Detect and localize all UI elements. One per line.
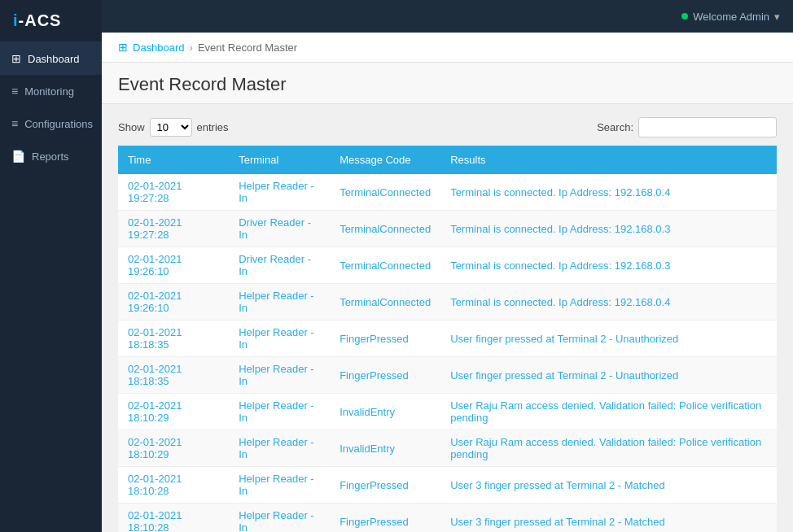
cell-message-code: TerminalConnected xyxy=(330,211,440,247)
online-indicator xyxy=(681,13,688,20)
cell-results: Terminal is connected. Ip Address: 192.1… xyxy=(440,174,777,211)
cell-terminal: Helper Reader - In xyxy=(229,321,330,357)
breadcrumb-home-icon: ⊞ xyxy=(118,41,128,54)
table-row: 02-01-2021 18:18:35Helper Reader - InFin… xyxy=(118,321,777,357)
cell-results: User finger pressed at Terminal 2 - Unau… xyxy=(440,357,777,394)
table-row: 02-01-2021 18:10:28Helper Reader - InFin… xyxy=(118,504,777,533)
table-row: 02-01-2021 19:26:10Helper Reader - InTer… xyxy=(118,284,777,321)
cell-message-code: InvalidEntry xyxy=(330,394,440,430)
cell-message-code: FingerPressed xyxy=(330,357,440,394)
sidebar-item-reports[interactable]: 📄 Reports xyxy=(0,140,102,172)
cell-time: 02-01-2021 18:18:35 xyxy=(118,357,229,394)
cell-time: 02-01-2021 18:10:28 xyxy=(118,504,229,533)
data-table: Time Terminal Message Code Results 02-01… xyxy=(118,146,777,532)
page-header: Event Record Master xyxy=(102,63,793,104)
cell-message-code: InvalidEntry xyxy=(330,430,440,467)
cell-results: Terminal is connected. Ip Address: 192.1… xyxy=(440,247,777,284)
topbar: Welcome Admin ▾ xyxy=(102,0,793,33)
cell-results: User 3 finger pressed at Terminal 2 - Ma… xyxy=(440,467,777,504)
cell-terminal: Helper Reader - In xyxy=(229,504,330,533)
cell-results: Terminal is connected. Ip Address: 192.1… xyxy=(440,284,777,321)
sidebar-item-dashboard-label: Dashboard xyxy=(28,53,80,65)
cell-terminal: Helper Reader - In xyxy=(229,284,330,321)
sidebar-item-monitoring[interactable]: ≡ Monitoring xyxy=(0,75,102,107)
sidebar-item-configurations-label: Configurations xyxy=(24,118,93,130)
cell-time: 02-01-2021 19:26:10 xyxy=(118,284,229,321)
cell-terminal: Driver Reader - In xyxy=(229,247,330,284)
table-row: 02-01-2021 19:26:10Driver Reader - InTer… xyxy=(118,247,777,284)
cell-message-code: TerminalConnected xyxy=(330,174,440,211)
table-row: 02-01-2021 18:10:29Helper Reader - InInv… xyxy=(118,394,777,430)
sidebar-item-dashboard[interactable]: ⊞ Dashboard xyxy=(0,42,102,75)
cell-terminal: Helper Reader - In xyxy=(229,174,330,211)
monitoring-icon: ≡ xyxy=(11,85,18,98)
cell-terminal: Driver Reader - In xyxy=(229,211,330,247)
cell-time: 02-01-2021 19:27:28 xyxy=(118,211,229,247)
table-controls: Show 10 25 50 100 entries Search: xyxy=(118,117,777,137)
cell-results: Terminal is connected. Ip Address: 192.1… xyxy=(440,211,777,247)
sidebar-item-reports-label: Reports xyxy=(32,150,69,163)
cell-time: 02-01-2021 18:10:29 xyxy=(118,394,229,430)
breadcrumb-home-link[interactable]: Dashboard xyxy=(133,41,185,54)
entries-select[interactable]: 10 25 50 100 xyxy=(150,118,192,137)
cell-results: User Raju Ram access denied. Validation … xyxy=(440,394,777,430)
search-input[interactable] xyxy=(638,117,777,137)
table-body: 02-01-2021 19:27:28Helper Reader - InTer… xyxy=(118,174,777,532)
cell-results: User finger pressed at Terminal 2 - Unau… xyxy=(440,321,777,357)
table-row: 02-01-2021 18:18:35Helper Reader - InFin… xyxy=(118,357,777,394)
reports-icon: 📄 xyxy=(11,150,25,163)
entries-label: entries xyxy=(197,121,229,133)
col-message-code: Message Code xyxy=(330,146,440,174)
app-logo: i-ACS xyxy=(0,0,102,42)
cell-terminal: Helper Reader - In xyxy=(229,357,330,394)
cell-time: 02-01-2021 18:18:35 xyxy=(118,321,229,357)
sidebar-item-monitoring-label: Monitoring xyxy=(24,85,74,98)
user-info: Welcome Admin ▾ xyxy=(681,11,780,23)
table-row: 02-01-2021 19:27:28Helper Reader - InTer… xyxy=(118,174,777,211)
col-results: Results xyxy=(440,146,777,174)
content-area: ⊞ Dashboard › Event Record Master Event … xyxy=(102,33,793,532)
table-header-row: Time Terminal Message Code Results xyxy=(118,146,777,174)
cell-message-code: FingerPressed xyxy=(330,321,440,357)
cell-results: User Raju Ram access denied. Validation … xyxy=(440,430,777,467)
breadcrumb-separator: › xyxy=(190,41,193,54)
table-section: Show 10 25 50 100 entries Search: xyxy=(102,104,793,532)
sidebar-item-configurations[interactable]: ≡ Configurations xyxy=(0,107,102,140)
table-row: 02-01-2021 18:10:29Helper Reader - InInv… xyxy=(118,430,777,467)
table-row: 02-01-2021 19:27:28Driver Reader - InTer… xyxy=(118,211,777,247)
configurations-icon: ≡ xyxy=(11,117,18,130)
cell-time: 02-01-2021 18:10:29 xyxy=(118,430,229,467)
cell-terminal: Helper Reader - In xyxy=(229,467,330,504)
cell-terminal: Helper Reader - In xyxy=(229,394,330,430)
page-title: Event Record Master xyxy=(118,74,777,95)
cell-time: 02-01-2021 19:27:28 xyxy=(118,174,229,211)
show-label: Show xyxy=(118,121,145,133)
breadcrumb-current: Event Record Master xyxy=(198,41,297,54)
col-terminal: Terminal xyxy=(229,146,330,174)
search-label: Search: xyxy=(597,121,633,133)
show-entries-control: Show 10 25 50 100 entries xyxy=(118,118,229,137)
user-label: Welcome Admin xyxy=(693,11,769,23)
cell-message-code: TerminalConnected xyxy=(330,247,440,284)
dashboard-icon: ⊞ xyxy=(11,52,21,65)
main-content: Welcome Admin ▾ ⊞ Dashboard › Event Reco… xyxy=(102,0,793,532)
cell-message-code: FingerPressed xyxy=(330,504,440,533)
search-box: Search: xyxy=(597,117,777,137)
table-row: 02-01-2021 18:10:28Helper Reader - InFin… xyxy=(118,467,777,504)
cell-time: 02-01-2021 18:10:28 xyxy=(118,467,229,504)
sidebar: i-ACS ⊞ Dashboard ≡ Monitoring ≡ Configu… xyxy=(0,0,102,532)
cell-terminal: Helper Reader - In xyxy=(229,430,330,467)
col-time: Time xyxy=(118,146,229,174)
cell-message-code: FingerPressed xyxy=(330,467,440,504)
cell-time: 02-01-2021 19:26:10 xyxy=(118,247,229,284)
cell-results: User 3 finger pressed at Terminal 2 - Ma… xyxy=(440,504,777,533)
breadcrumb: ⊞ Dashboard › Event Record Master xyxy=(102,33,793,63)
dropdown-arrow-icon[interactable]: ▾ xyxy=(774,11,780,23)
cell-message-code: TerminalConnected xyxy=(330,284,440,321)
